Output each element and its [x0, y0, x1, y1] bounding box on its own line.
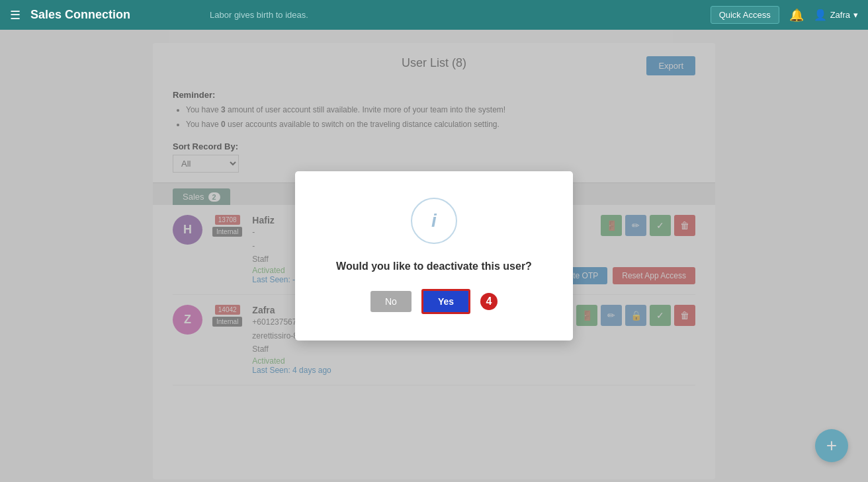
app-header: ☰ Sales Connection Labor gives birth to …: [0, 0, 868, 30]
deactivate-modal: i Would you like to deactivate this user…: [295, 171, 573, 341]
main-content: User List (8) Export Reminder: You have …: [0, 30, 868, 482]
app-title: Sales Connection: [30, 8, 130, 22]
modal-info-icon: i: [411, 198, 457, 244]
modal-yes-button[interactable]: Yes: [421, 289, 470, 314]
user-name: Zafra: [830, 10, 850, 20]
modal-overlay: i Would you like to deactivate this user…: [0, 30, 868, 482]
user-menu[interactable]: 👤 Zafra ▾: [814, 9, 858, 21]
step-badge: 4: [480, 293, 498, 310]
header-tagline: Labor gives birth to ideas.: [210, 10, 308, 20]
chevron-down-icon: ▾: [853, 10, 858, 20]
user-icon: 👤: [814, 9, 827, 21]
menu-icon[interactable]: ☰: [10, 8, 21, 22]
modal-no-button[interactable]: No: [370, 291, 412, 312]
bell-icon[interactable]: 🔔: [789, 8, 804, 22]
modal-message: Would you like to deactivate this user?: [328, 261, 540, 272]
modal-buttons: No Yes 4: [328, 289, 540, 314]
header-right: Quick Access 🔔 👤 Zafra ▾: [711, 6, 858, 24]
quick-access-button[interactable]: Quick Access: [711, 6, 779, 24]
